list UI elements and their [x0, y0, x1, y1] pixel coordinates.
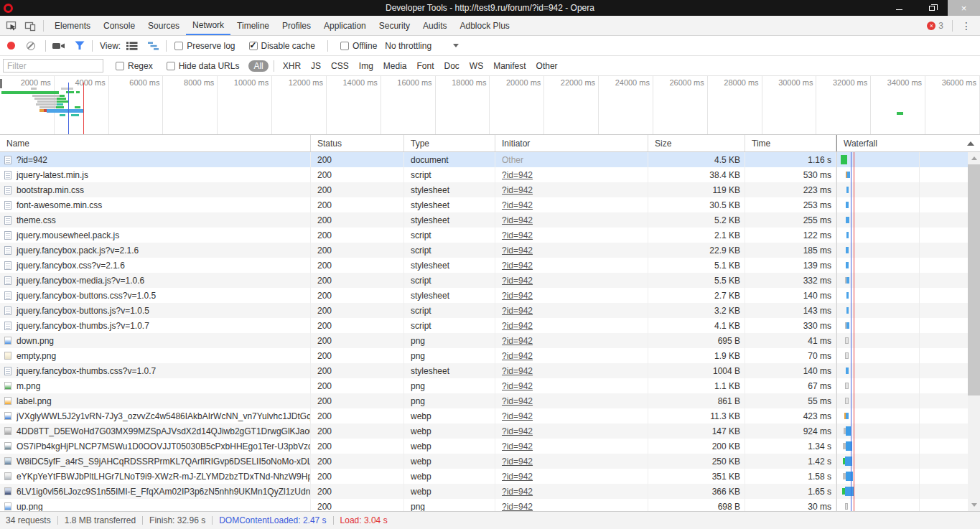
table-row[interactable]: font-awesome.min.css200stylesheet?id=942…	[0, 197, 980, 212]
table-row[interactable]: jVXglyWWL5J2y1vRN-7Jy3_ozvvZc4w5486IAkbA…	[0, 408, 980, 423]
table-row[interactable]: jquery.fancybox-thumbs.js?v=1.0.7200scri…	[0, 318, 980, 333]
table-row[interactable]: empty.png200png?id=9421.9 KB70 ms	[0, 348, 980, 363]
screenshot-camera-icon[interactable]	[52, 42, 65, 50]
initiator-link[interactable]: ?id=942	[502, 396, 533, 406]
initiator-link[interactable]: ?id=942	[502, 487, 533, 497]
filter-type-other[interactable]: Other	[531, 61, 563, 71]
table-row[interactable]: jquery.fancybox-media.js?v=1.0.6200scrip…	[0, 273, 980, 288]
initiator-link[interactable]: ?id=942	[502, 276, 533, 286]
clear-button[interactable]	[27, 42, 35, 50]
inspect-element-icon[interactable]	[6, 20, 17, 32]
tab-security[interactable]: Security	[373, 16, 416, 35]
column-header-time[interactable]: Time	[745, 135, 836, 151]
tab-profiles[interactable]: Profiles	[276, 16, 317, 35]
network-overview-timeline[interactable]: 2000 ms4000 ms6000 ms8000 ms10000 ms1200…	[0, 76, 980, 135]
error-count[interactable]: 3	[938, 21, 943, 31]
overflow-menu-icon[interactable]: ⋮	[957, 20, 976, 32]
table-row[interactable]: jquery.fancybox-thumbs.css?v=1.0.7200sty…	[0, 363, 980, 378]
table-row[interactable]: W8iDC5yfF_a4rS_S9jAHCqRDSSRPrmKL7QArflRI…	[0, 454, 980, 469]
filter-type-xhr[interactable]: XHR	[278, 61, 306, 71]
table-row[interactable]: ?id=942200documentOther4.5 KB1.16 s	[0, 152, 980, 167]
minimize-button[interactable]	[883, 0, 915, 16]
filter-type-media[interactable]: Media	[378, 61, 412, 71]
throttling-select[interactable]: No throttling	[385, 41, 459, 51]
table-row[interactable]: eYKpYeYtFBWJbPltLHGr7LNoT9i9-XWzR-mJ-ZLY…	[0, 469, 980, 484]
tab-timeline[interactable]: Timeline	[230, 16, 276, 35]
table-row[interactable]: down.png200png?id=942695 B41 ms	[0, 333, 980, 348]
filter-type-all[interactable]: All	[248, 60, 268, 72]
column-header-name[interactable]: Name	[0, 135, 311, 151]
initiator-link[interactable]: ?id=942	[502, 441, 533, 451]
initiator-link[interactable]: ?id=942	[502, 351, 533, 361]
filter-type-font[interactable]: Font	[412, 61, 439, 71]
table-row[interactable]: bootstrap.min.css200stylesheet?id=942119…	[0, 182, 980, 197]
filter-funnel-icon[interactable]	[75, 41, 85, 50]
tab-network[interactable]: Network	[186, 16, 230, 35]
preserve-log-checkbox[interactable]: Preserve log	[174, 41, 235, 51]
filter-type-js[interactable]: JS	[306, 61, 326, 71]
initiator-link[interactable]: ?id=942	[502, 321, 533, 331]
filter-type-ws[interactable]: WS	[465, 61, 488, 71]
column-header-initiator[interactable]: Initiator	[495, 135, 648, 151]
column-header-type[interactable]: Type	[404, 135, 495, 151]
column-header-status[interactable]: Status	[311, 135, 404, 151]
table-row[interactable]: 4DD8TT_D5EWoHd7G03MX99MZSpAJVsdX2d14QJiw…	[0, 423, 980, 439]
initiator-link[interactable]: ?id=942	[502, 472, 533, 482]
table-row[interactable]: jquery.mousewheel.pack.js200script?id=94…	[0, 228, 980, 243]
initiator-link[interactable]: ?id=942	[502, 426, 533, 436]
table-row[interactable]: jquery.fancybox-buttons.css?v=1.0.5200st…	[0, 288, 980, 303]
hide-data-urls-checkbox[interactable]: Hide data URLs	[167, 61, 240, 71]
filter-type-manifest[interactable]: Manifest	[488, 61, 531, 71]
initiator-link[interactable]: ?id=942	[502, 185, 533, 195]
initiator-link[interactable]: ?id=942	[502, 215, 533, 225]
regex-checkbox[interactable]: Regex	[116, 61, 153, 71]
filter-type-img[interactable]: Img	[354, 61, 378, 71]
initiator-link[interactable]: ?id=942	[502, 200, 533, 210]
filter-type-css[interactable]: CSS	[326, 61, 354, 71]
tab-adblock-plus[interactable]: Adblock Plus	[453, 16, 515, 35]
initiator-link[interactable]: ?id=942	[502, 170, 533, 180]
tab-application[interactable]: Application	[317, 16, 373, 35]
vertical-scrollbar[interactable]	[968, 152, 980, 511]
record-button[interactable]	[7, 42, 15, 50]
column-header-size[interactable]: Size	[648, 135, 745, 151]
initiator-link[interactable]: ?id=942	[502, 261, 533, 271]
initiator-link[interactable]: ?id=942	[502, 381, 533, 391]
table-row[interactable]: theme.css200stylesheet?id=9425.2 KB255 m…	[0, 212, 980, 228]
tab-console[interactable]: Console	[97, 16, 141, 35]
tab-audits[interactable]: Audits	[416, 16, 453, 35]
tab-elements[interactable]: Elements	[48, 16, 97, 35]
initiator-link[interactable]: ?id=942	[502, 366, 533, 376]
error-badge-icon[interactable]: ×	[927, 22, 935, 30]
disable-cache-checkbox[interactable]: Disable cache	[249, 41, 315, 51]
restore-button[interactable]	[915, 0, 948, 16]
filter-type-doc[interactable]: Doc	[439, 61, 465, 71]
close-button[interactable]: ×	[948, 0, 980, 16]
table-row[interactable]: jquery.fancybox.pack.js?v=2.1.6200script…	[0, 243, 980, 258]
view-list-icon[interactable]	[126, 42, 138, 50]
initiator-link[interactable]: ?id=942	[502, 306, 533, 316]
table-row[interactable]: m.png200png?id=9421.1 KB67 ms	[0, 378, 980, 393]
initiator-link[interactable]: ?id=942	[502, 411, 533, 421]
table-row[interactable]: up.png200png?id=942698 B30 ms	[0, 499, 980, 511]
initiator-link[interactable]: ?id=942	[502, 245, 533, 256]
view-waterfall-icon[interactable]	[148, 42, 159, 50]
initiator-link[interactable]: ?id=942	[502, 457, 533, 467]
offline-checkbox[interactable]: Offline	[340, 41, 377, 51]
table-row[interactable]: OS7iPb4kgHjPLNCP7MSWu1D0OOVJJT05030B5cPx…	[0, 439, 980, 454]
scrollbar-up-arrow[interactable]	[968, 152, 980, 164]
table-row[interactable]: jquery.fancybox.css?v=2.1.6200stylesheet…	[0, 258, 980, 273]
filter-input[interactable]	[3, 59, 103, 72]
column-header-waterfall[interactable]: Waterfall	[836, 135, 980, 151]
device-toolbar-icon[interactable]	[24, 20, 36, 32]
table-row[interactable]: label.png200png?id=942861 B55 ms	[0, 393, 980, 408]
scrollbar-down-arrow[interactable]	[968, 499, 980, 511]
scrollbar-thumb[interactable]	[968, 164, 980, 395]
initiator-link[interactable]: ?id=942	[502, 291, 533, 301]
table-row[interactable]: jquery.fancybox-buttons.js?v=1.0.5200scr…	[0, 303, 980, 318]
tab-sources[interactable]: Sources	[141, 16, 186, 35]
initiator-link[interactable]: ?id=942	[502, 502, 533, 511]
table-row[interactable]: 6LV1ig0vl56LJozc9S1n55IMI-E_FfqXAm02IP3p…	[0, 484, 980, 499]
initiator-link[interactable]: ?id=942	[502, 336, 533, 346]
initiator-link[interactable]: ?id=942	[502, 230, 533, 240]
